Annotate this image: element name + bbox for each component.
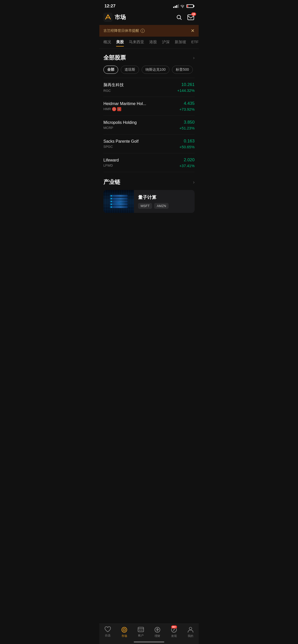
- stock-item-spgc[interactable]: Sacks Parente Golf SPGC 0.163 +50.65%: [103, 135, 195, 153]
- stock-change: +73.92%: [179, 107, 195, 111]
- search-button[interactable]: [175, 13, 183, 21]
- page-title: 市场: [115, 13, 126, 21]
- app-logo: [103, 13, 113, 22]
- stock-price: 3.850: [179, 120, 195, 125]
- tab-overview[interactable]: 概况: [103, 40, 111, 47]
- holiday-text: 古兰经降世日休市提醒 i: [103, 28, 145, 33]
- industry-section-header: 产业链 ›: [103, 178, 195, 186]
- stock-name: Sacks Parente Golf: [103, 139, 179, 144]
- stocks-section: 全部股票 › 全部 道琼斯 纳斯达克100 标普500 中概股 脑再生科技 RG…: [99, 49, 199, 172]
- tab-singapore[interactable]: 新加坡: [175, 40, 186, 47]
- tab-hk[interactable]: 港股: [149, 40, 157, 47]
- stock-ticker: HMR ♥ ■: [103, 107, 179, 111]
- stock-price: 0.163: [179, 139, 195, 144]
- tab-malaysia[interactable]: 马来西亚: [129, 40, 144, 47]
- stock-list: 脑再生科技 RGC 10.261 +144.32% Heidmar Mariti…: [103, 78, 195, 172]
- industry-ticker-amzn: AMZN: [154, 203, 169, 209]
- search-icon: [176, 14, 182, 20]
- banner-close-button[interactable]: ✕: [191, 28, 195, 34]
- tab-bar: 概况 美股 马来西亚 港股 沪深 新加坡 ETF: [99, 37, 199, 49]
- status-icons: [173, 4, 194, 8]
- industry-ticker-msft: MSFT: [138, 203, 152, 209]
- header-logo: 市场: [103, 13, 175, 22]
- signal-icon: [173, 4, 179, 8]
- industry-section: 产业链 › 量子计算 MSFT AMZN: [99, 172, 199, 213]
- info-icon[interactable]: i: [141, 29, 145, 33]
- holiday-banner: 古兰经降世日休市提醒 i ✕: [99, 25, 199, 37]
- stock-ticker: MCRP: [103, 126, 179, 130]
- status-bar: 12:27: [99, 0, 199, 11]
- mail-button[interactable]: 24: [187, 13, 195, 21]
- battery-icon: [186, 4, 194, 8]
- stock-name: Micropolis Holding: [103, 120, 179, 125]
- square-badge: ■: [117, 107, 121, 111]
- stock-item-rgc[interactable]: 脑再生科技 RGC 10.261 +144.32%: [103, 78, 195, 97]
- filter-chips: 全部 道琼斯 纳斯达克100 标普500 中概股: [103, 66, 195, 74]
- stock-change: +37.41%: [179, 164, 195, 168]
- industry-card-quantum[interactable]: 量子计算 MSFT AMZN: [103, 190, 195, 213]
- stock-change: +51.23%: [179, 126, 195, 130]
- stock-price: 10.261: [177, 82, 195, 87]
- status-time: 12:27: [104, 4, 115, 9]
- wifi-icon: [180, 4, 185, 8]
- industry-more-button[interactable]: ›: [193, 180, 195, 185]
- stock-name: Heidmar Maritime Hol...: [103, 101, 179, 106]
- stock-ticker: RGC: [103, 89, 177, 93]
- stock-price: 2.020: [179, 157, 195, 163]
- stock-name: 脑再生科技: [103, 82, 177, 88]
- filter-dow[interactable]: 道琼斯: [121, 66, 139, 74]
- filter-all[interactable]: 全部: [103, 66, 118, 74]
- stock-change: +144.32%: [177, 88, 195, 93]
- filter-sp500[interactable]: 标普500: [172, 66, 193, 74]
- stock-item-hmr[interactable]: Heidmar Maritime Hol... HMR ♥ ■ 4.435 +7…: [103, 97, 195, 116]
- stocks-section-title: 全部股票: [103, 54, 126, 62]
- stock-price: 4.435: [179, 101, 195, 106]
- industry-card-image: [103, 190, 134, 213]
- tab-hushen[interactable]: 沪深: [162, 40, 170, 47]
- stocks-section-header: 全部股票 ›: [103, 54, 195, 62]
- header: 市场 24: [99, 11, 199, 25]
- tab-etf[interactable]: ETF: [191, 40, 198, 47]
- industry-section-title: 产业链: [103, 178, 120, 186]
- stock-item-mcrp[interactable]: Micropolis Holding MCRP 3.850 +51.23%: [103, 116, 195, 135]
- stock-item-lfwd[interactable]: Lifeward LFWD 2.020 +37.41%: [103, 153, 195, 172]
- svg-rect-0: [103, 13, 113, 22]
- header-actions: 24: [175, 13, 195, 21]
- filter-nasdaq100[interactable]: 纳斯达克100: [142, 66, 169, 74]
- industry-card-name: 量子计算: [138, 194, 169, 200]
- industry-card-tickers: MSFT AMZN: [138, 203, 169, 209]
- stocks-more-button[interactable]: ›: [193, 55, 195, 61]
- stock-ticker: SPGC: [103, 145, 179, 149]
- tab-us-stocks[interactable]: 美股: [116, 40, 124, 47]
- stock-name: Lifeward: [103, 158, 179, 163]
- heart-badge: ♥: [112, 107, 116, 111]
- stock-ticker: LFWD: [103, 164, 179, 167]
- mail-badge: 24: [191, 12, 196, 16]
- stock-change: +50.65%: [179, 145, 195, 149]
